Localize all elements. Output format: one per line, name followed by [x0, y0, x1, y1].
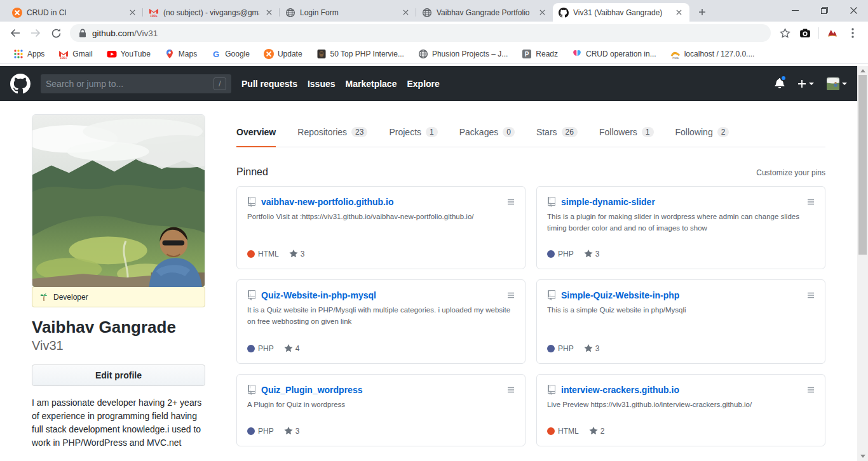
tab-stars[interactable]: Stars26 [536, 118, 578, 147]
svg-text:100+: 100+ [150, 14, 158, 18]
back-button[interactable] [5, 23, 25, 43]
browser-tab-portfolio[interactable]: Vaibhav Gangrade Portfolio [416, 3, 553, 22]
drag-grabber-icon[interactable] [507, 292, 515, 298]
create-new-menu[interactable] [797, 79, 814, 88]
minimize-button[interactable] [780, 0, 810, 21]
star-count[interactable]: 4 [284, 344, 300, 353]
xampp-icon [264, 49, 274, 59]
chrome-menu-icon[interactable] [843, 23, 863, 43]
repo-link[interactable]: vaibhav-new-portfolio.github.io [261, 197, 393, 207]
browser-tab-crud-in-ci[interactable]: CRUD in CI [6, 3, 143, 22]
tab-packages[interactable]: Packages0 [459, 118, 515, 147]
tab-title: Viv31 (Vaibhav Gangrade) [573, 8, 669, 17]
profile-tab-nav: Overview Repositories23 Projects1 Packag… [236, 118, 825, 147]
github-logo-icon[interactable] [10, 74, 31, 94]
github-nav: Pull requests Issues Marketplace Explore [241, 79, 440, 89]
bookmark-update[interactable]: Update [258, 47, 308, 61]
tab-overview[interactable]: Overview [236, 118, 276, 147]
nav-pull-requests[interactable]: Pull requests [241, 79, 297, 89]
bookmark-google[interactable]: G Google [205, 47, 255, 61]
customize-pins-link[interactable]: Customize your pins [756, 168, 825, 177]
reload-button[interactable] [46, 23, 66, 43]
github-header: / Pull requests Issues Marketplace Explo… [0, 66, 857, 101]
bookmark-gmail[interactable]: 100+ Gmail [53, 47, 98, 61]
drag-grabber-icon[interactable] [507, 387, 515, 393]
github-search-box[interactable]: / [41, 74, 231, 93]
language-label: PHP [258, 427, 274, 436]
scrollbar-thumb[interactable] [858, 75, 867, 255]
star-count[interactable]: 3 [289, 249, 305, 258]
close-window-button[interactable] [839, 0, 868, 21]
url-text: github.com/Viv31 [92, 29, 158, 38]
edit-profile-button[interactable]: Edit profile [32, 364, 205, 386]
bookmark-crud-operation[interactable]: CRUD operation in... [566, 47, 662, 61]
repo-link[interactable]: Simple-Quiz-Website-in-php [561, 290, 679, 300]
tab-close-icon[interactable] [264, 8, 274, 18]
drag-grabber-icon[interactable] [807, 292, 815, 298]
scroll-down-arrow[interactable] [857, 451, 868, 461]
repo-link[interactable]: Quiz-Website-in-php-mysql [261, 290, 376, 300]
bookmark-apps[interactable]: Apps [8, 47, 50, 61]
camera-extension-icon[interactable] [795, 23, 815, 43]
tab-repositories[interactable]: Repositories23 [297, 118, 367, 147]
drag-grabber-icon[interactable] [807, 199, 815, 205]
browser-tab-login-form[interactable]: Login Form [280, 3, 416, 22]
scroll-up-arrow[interactable] [857, 66, 868, 76]
drag-grabber-icon[interactable] [807, 387, 815, 393]
bookmark-readz[interactable]: P Readz [516, 47, 564, 61]
pinned-row: Quiz_Plugin_wordpress A Plugin for Quiz … [236, 374, 825, 446]
maximize-button[interactable] [810, 0, 839, 21]
tab-followers[interactable]: Followers1 [599, 118, 654, 147]
browser-toolbar: github.com/Viv31 [0, 22, 868, 44]
tab-projects[interactable]: Projects1 [389, 118, 437, 147]
tab-following[interactable]: Following2 [675, 118, 729, 147]
nav-marketplace[interactable]: Marketplace [346, 79, 397, 89]
github-search-input[interactable] [46, 79, 214, 89]
tab-close-icon[interactable] [674, 8, 684, 18]
star-count[interactable]: 3 [584, 344, 600, 353]
browser-tab-gmail[interactable]: 100+ (no subject) - vivgangs@gmail. [143, 3, 280, 22]
repo-card: Quiz_Plugin_wordpress A Plugin for Quiz … [236, 374, 526, 446]
repo-link[interactable]: interview-crackers.github.io [561, 385, 679, 395]
notifications-bell-icon[interactable] [775, 77, 785, 90]
tab-close-icon[interactable] [400, 8, 410, 18]
bookmark-maps[interactable]: Maps [159, 47, 203, 61]
tab-title: Login Form [300, 8, 396, 17]
page-scrollbar[interactable] [857, 66, 868, 461]
github-header-right [775, 77, 847, 90]
address-bar[interactable]: github.com/Viv31 [70, 24, 771, 42]
new-tab-button[interactable] [693, 3, 711, 21]
star-icon [584, 344, 593, 353]
star-count[interactable]: 3 [584, 249, 600, 258]
browser-tab-github-active[interactable]: Viv31 (Vaibhav Gangrade) [553, 3, 689, 22]
github-icon [559, 8, 569, 18]
bookmark-phusion[interactable]: Phusion Projects – J... [412, 47, 513, 61]
svg-text:G: G [213, 49, 219, 58]
pink-blue-book-icon [572, 49, 582, 59]
repo-link[interactable]: simple-dynamic-slider [561, 197, 655, 207]
bookmark-localhost-phpmyadmin[interactable]: PMA localhost / 127.0.0.... [665, 47, 761, 61]
star-count[interactable]: 2 [589, 426, 605, 436]
star-count[interactable]: 3 [284, 426, 300, 436]
forward-button[interactable] [25, 23, 46, 43]
bookmark-star-icon[interactable] [775, 23, 795, 43]
repo-description: It is a Quiz website in PHP/Mysqli with … [247, 305, 515, 328]
tab-close-icon[interactable] [537, 8, 547, 18]
repo-card: interview-crackers.github.io Live Previe… [536, 374, 825, 446]
nav-explore[interactable]: Explore [407, 79, 439, 89]
nav-issues[interactable]: Issues [308, 79, 336, 89]
tab-close-icon[interactable] [127, 8, 137, 18]
extension-icon[interactable] [822, 23, 843, 43]
repo-card: Simple-Quiz-Website-in-php This is a sim… [536, 279, 825, 364]
bookmark-youtube[interactable]: YouTube [101, 47, 156, 61]
phpmyadmin-icon: PMA [670, 49, 681, 59]
user-status-badge[interactable]: Developer [32, 286, 205, 307]
user-menu[interactable] [827, 77, 847, 90]
bookmark-50-top-php[interactable]: 50 Top PHP Intervie... [311, 47, 410, 61]
repo-link[interactable]: Quiz_Plugin_wordpress [261, 385, 362, 395]
count-badge: 0 [503, 127, 515, 137]
profile-username: Viv31 [32, 338, 205, 353]
unread-notification-dot [780, 75, 787, 81]
pinned-row: Quiz-Website-in-php-mysql It is a Quiz w… [236, 279, 825, 364]
drag-grabber-icon[interactable] [507, 199, 515, 205]
